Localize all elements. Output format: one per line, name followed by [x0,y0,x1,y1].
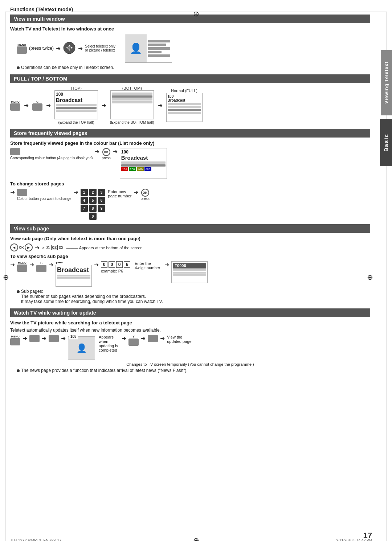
num-6: 6 [98,197,105,204]
broadcast-p6-screen: Broadcast [56,265,92,287]
view-sub-page-subtitle: View sub page (Only when teletext is mor… [10,236,370,241]
page-108-box: 108 👤 [68,335,95,360]
menu-box-specific: MENU [17,261,27,272]
digit-0-1: 0 [101,261,107,268]
bottom-screen-group: (BOTTOM) (Expand the BOTTOM half) [110,86,154,124]
num-3: 3 [98,189,105,196]
menu-btn-watch [10,338,20,345]
ok-press-box: OK press [102,148,110,160]
normal-full-group: Normal (FULL) 100 Broadcast [166,89,203,122]
press-label-store: press [102,156,110,160]
press2-label: press [140,197,149,201]
arrow-watch3: ➜ [61,335,66,342]
arrow-expand: ➜ [102,102,106,109]
main-content: Functions (Teletext mode) View in multi … [10,7,374,373]
t0006-screen: T0006 [171,261,208,283]
store-pages-controls: Corresponding colour button (As page is … [10,148,370,179]
num-grid-box: 1 2 3 4 5 6 7 8 9 0 [81,189,106,220]
store-pages-header: Store frequently viewed pages [10,129,370,138]
g-btn-box: G [32,100,42,111]
cb-red: 101 [121,167,128,171]
sub-indicators: ⟳ 01 02 03 [42,245,64,250]
watch-tv-note: Teletext automatically updates itself wh… [10,328,370,333]
menu-box-watch: MENU [10,335,20,345]
specific-sub-title: To view specific sub page [10,254,370,259]
person-icon-update: 👤 [76,343,87,353]
watch-tv-subtitle: View the TV picture while searching for … [10,320,370,325]
appears-when-label: Appears when updating is completed [99,335,118,352]
arrow-specific0: ➜ [10,261,15,268]
top-lines [56,104,97,112]
arrow-change3: ➜ [134,189,138,196]
arrow-watch6: ➜ [160,335,165,342]
arrow-specific4: ➜ [164,261,169,268]
digit-0-2: 0 [109,261,115,268]
g-btn [32,103,42,111]
cb-yellow: 400 [137,167,144,171]
cb-blue: 888 [144,167,151,171]
colour-btn-icon [10,148,20,155]
enter-label: Enter the 4-digit number [135,261,160,270]
full-top-bottom-header: FULL / TOP / BOTTOM [10,74,370,83]
num-5: 5 [89,197,97,204]
bullet-sub1 [17,290,20,293]
t-label: T**** [56,261,63,265]
enter-new-desc: Enter new page number [108,189,132,198]
change-pages-controls: ➜ Colour button you want to change ➜ 1 2… [10,189,370,220]
arrow-multi: ➜ [56,45,61,52]
expand-top-caption: (Expand the TOP half) [58,120,94,124]
btn-watch-2 [29,335,40,342]
arrow-sub1: ➜ [35,244,40,251]
changes-note: Changes to TV screen temporarily (You ca… [10,362,370,366]
b-label: B [40,261,42,265]
change-pages-title: To change stored pages [10,181,370,187]
broadcast-p6-box: T**** Broadcast [56,261,92,287]
colour-change-box: Colour button you want to change [17,189,72,201]
menu-label-multi: MENU [17,43,26,46]
b-btn-box: B [36,261,46,272]
sub-indicators-box: ⟳ 01 02 03 ——— Appears at the bottom of … [42,245,143,250]
digit-6: 6 [124,261,130,268]
bullet-icon [17,66,20,69]
menu-btn-multi [17,46,27,54]
arrow-store2: ➜ [113,148,118,155]
view-sub-page-header: View sub page [10,224,370,233]
press-twice-label: (press twice) [29,46,54,51]
dpad-icon: ▲ ▼ ◄ ► OK [63,41,76,56]
digit-boxes: 0 0 0 6 example: P6 [101,261,130,273]
expand-bottom-caption: (Expand the BOTTOM half) [110,120,154,124]
arrow-change2: ➜ [74,189,78,196]
arrow-g: ➜ [24,102,29,109]
num-0: 0 [89,213,97,220]
menu-label-ftb: MENU [11,100,20,103]
example-label: example: P6 [101,269,123,273]
line1 [57,275,90,276]
arrow-watch5: ➜ [141,335,146,342]
y-btn [128,339,139,346]
colour-change-btn [17,189,27,196]
y-btn-box: Y [128,335,139,346]
store-lines [121,161,166,167]
num-2: 2 [89,189,97,196]
num-4: 4 [81,197,88,204]
footer-right: 2/11/2010 5:14:42 PM [336,538,372,541]
menu-box-multi: MENU [17,43,27,54]
btn-watch-3 [49,335,59,342]
top-screen-group: (TOP) 100 Broadcast (Expand the TOP half… [54,86,98,124]
left-compass-icon: ⊕ [3,273,9,282]
update-img: 👤 [68,336,95,360]
btn-watch-y2 [148,335,158,342]
normal-screen: 100 Broadcast [166,93,203,122]
corresponding-label: Corresponding colour button (As page is … [10,156,93,160]
num-grid: 1 2 3 4 5 6 7 8 9 0 [81,189,106,220]
t0006-line3 [173,274,206,276]
num-1: 1 [81,189,88,196]
sub-note1: Sub pages: The number of sub pages varie… [17,289,370,304]
multi-window-controls: MENU (press twice) ➜ ▲ ▼ ◄ ► OK [17,34,370,63]
arrow-store1: ➜ [95,148,99,155]
arrow-watch2: ➜ [42,335,46,342]
left-nav-btn: ◄ [10,243,18,251]
b-btn [36,265,46,272]
arrow-watch4: ➜ [122,335,126,342]
view-multi-window-section: View in multi window Watch TV and Telete… [10,15,370,70]
